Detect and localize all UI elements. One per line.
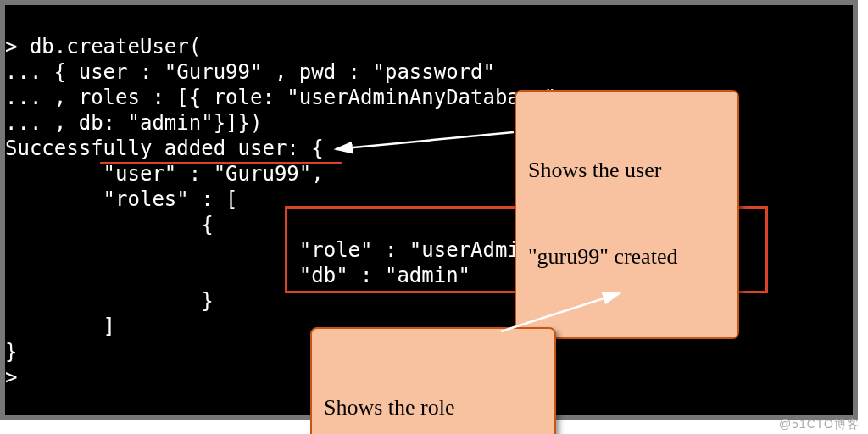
line-2: ... { user : "Guru99" , pwd : "password" (5, 60, 495, 84)
callout-user-line2: "guru99" created (528, 242, 726, 271)
line-14: > (5, 365, 17, 389)
line-5: Successfully added user: { (5, 136, 324, 160)
line-8: { (5, 213, 214, 236)
line-7: "roles" : [ (5, 187, 238, 211)
line-1: > db.createUser( (5, 35, 201, 58)
callout-user-line1: Shows the user (528, 156, 726, 185)
terminal-window: > db.createUser( ... { user : "Guru99" ,… (0, 0, 858, 420)
callout-role-line1: Shows the role (324, 393, 542, 422)
callout-user-created: Shows the user "guru99" created (515, 90, 739, 339)
watermark-text: @51CTO博客 (779, 417, 860, 432)
line-11: } (5, 289, 214, 313)
underline-user-guru99 (100, 162, 342, 164)
line-13: } (5, 340, 17, 364)
line-6: "user" : "Guru99", (5, 162, 324, 186)
line-3: ... , roles : [{ role: "userAdminAnyData… (5, 86, 556, 109)
line-4: ... , db: "admin"}]}) (5, 111, 262, 135)
callout-role-assigned: Shows the role which was assigned (310, 327, 556, 434)
line-12: ] (5, 314, 115, 338)
